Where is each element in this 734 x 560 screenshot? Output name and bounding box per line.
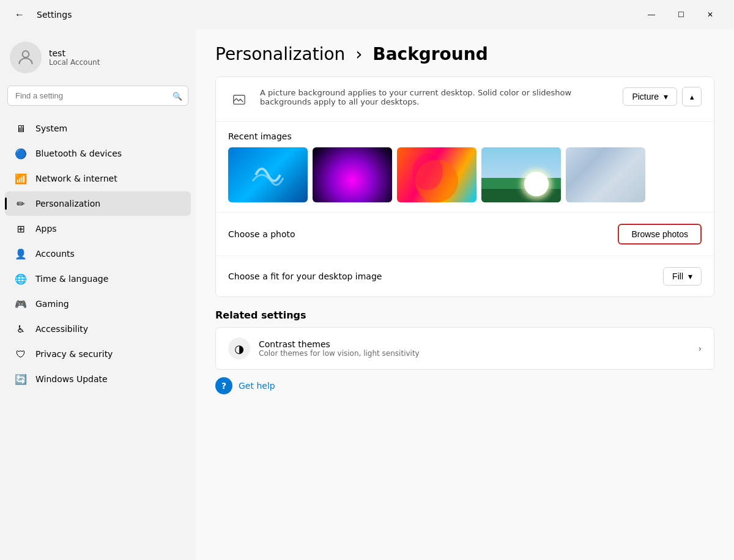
get-help-label: Get help <box>239 381 275 391</box>
windows-update-icon: 🔄 <box>15 373 27 385</box>
maximize-button[interactable]: ☐ <box>667 5 695 24</box>
sidebar-item-apps[interactable]: ⊞ Apps <box>5 216 191 241</box>
choose-photo-label: Choose a photo <box>228 229 618 239</box>
search-icon: 🔍 <box>172 91 182 100</box>
description-content: A picture background applies to your cur… <box>260 88 613 106</box>
sidebar-item-label: Network & internet <box>35 174 117 183</box>
window-title: Settings <box>37 10 72 20</box>
accounts-icon: 👤 <box>15 248 27 260</box>
sidebar-item-gaming[interactable]: 🎮 Gaming <box>5 292 191 316</box>
search-input[interactable] <box>7 86 188 106</box>
network-icon: 📶 <box>15 172 27 185</box>
user-account-type: Local Account <box>49 58 100 67</box>
privacy-icon: 🛡 <box>15 348 27 360</box>
titlebar-left: ← Settings <box>10 5 637 24</box>
background-section-card: A picture background applies to your cur… <box>215 76 714 297</box>
contrast-themes-row[interactable]: ◑ Contrast themes Color themes for low v… <box>216 328 714 369</box>
fit-value: Fill <box>672 271 683 281</box>
thumbnail-2[interactable] <box>313 147 392 202</box>
background-type-dropdown[interactable]: Picture ▾ <box>623 87 677 106</box>
contrast-themes-icon: ◑ <box>228 337 250 359</box>
sidebar-item-privacy[interactable]: 🛡 Privacy & security <box>5 342 191 366</box>
chevron-right-icon: › <box>698 344 702 353</box>
sidebar-item-accounts[interactable]: 👤 Accounts <box>5 241 191 266</box>
sidebar-item-label: Windows Update <box>35 374 108 384</box>
get-help-icon: ? <box>215 377 232 394</box>
related-settings-card: ◑ Contrast themes Color themes for low v… <box>215 327 714 370</box>
get-help-row[interactable]: ? Get help <box>215 370 714 394</box>
colorful-wallpaper <box>397 147 476 202</box>
gaming-icon: 🎮 <box>15 298 27 310</box>
personalization-icon: ✏️ <box>15 197 27 210</box>
titlebar: ← Settings — ☐ ✕ <box>0 0 734 29</box>
breadcrumb-current: Background <box>373 44 487 64</box>
choose-photo-row: Choose a photo Browse photos <box>216 213 714 256</box>
minimize-button[interactable]: — <box>637 5 665 24</box>
thumbnail-1[interactable] <box>228 147 308 202</box>
sidebar-item-label: Time & language <box>35 274 108 284</box>
recent-images-section: Recent images <box>216 122 714 213</box>
sidebar-item-label: Accessibility <box>35 324 88 334</box>
description-text: A picture background applies to your cur… <box>260 87 613 106</box>
page-header: Personalization › Background <box>215 44 714 64</box>
sidebar-item-personalization[interactable]: ✏️ Personalization <box>5 191 191 216</box>
background-type-control: Picture ▾ ▴ <box>623 87 702 106</box>
thumbnail-3[interactable] <box>397 147 476 202</box>
time-icon: 🌐 <box>15 273 27 285</box>
background-type-value: Picture <box>632 92 659 101</box>
sidebar-item-label: Bluetooth & devices <box>35 149 122 158</box>
breadcrumb: Personalization › Background <box>215 44 714 64</box>
browse-photos-button[interactable]: Browse photos <box>618 224 702 245</box>
sidebar-item-label: Gaming <box>35 299 69 309</box>
accessibility-icon: ♿ <box>15 323 27 335</box>
sidebar-item-label: System <box>35 123 67 133</box>
contrast-themes-text: Contrast themes Color themes for low vis… <box>259 339 689 358</box>
sidebar-item-windows-update[interactable]: 🔄 Windows Update <box>5 367 191 391</box>
fit-dropdown[interactable]: Fill ▾ <box>663 267 702 286</box>
sidebar-item-accessibility[interactable]: ♿ Accessibility <box>5 317 191 341</box>
sidebar: test Local Account 🔍 🖥 System 🔵 Bluetoot… <box>0 29 196 560</box>
thumbnail-5[interactable] <box>566 147 645 202</box>
sidebar-item-time[interactable]: 🌐 Time & language <box>5 267 191 291</box>
user-profile[interactable]: test Local Account <box>0 34 196 86</box>
fit-row: Choose a fit for your desktop image Fill… <box>216 256 714 297</box>
chevron-down-icon: ▾ <box>688 271 692 281</box>
sidebar-item-network[interactable]: 📶 Network & internet <box>5 166 191 191</box>
close-button[interactable]: ✕ <box>696 5 724 24</box>
blue-wallpaper <box>228 147 308 202</box>
user-info: test Local Account <box>49 48 100 67</box>
fit-label: Choose a fit for your desktop image <box>228 271 663 281</box>
chevron-down-icon: ▾ <box>664 92 668 101</box>
sidebar-item-label: Personalization <box>35 199 100 208</box>
sidebar-item-label: Accounts <box>35 249 75 259</box>
sidebar-item-system[interactable]: 🖥 System <box>5 116 191 141</box>
svg-point-0 <box>23 51 29 57</box>
thumbnail-4[interactable] <box>481 147 561 202</box>
avatar <box>10 42 42 73</box>
system-icon: 🖥 <box>15 122 27 134</box>
sidebar-item-label: Apps <box>35 224 57 234</box>
settings-window: ← Settings — ☐ ✕ test Local Acco <box>0 0 734 560</box>
apps-icon: ⊞ <box>15 223 27 235</box>
collapse-button[interactable]: ▴ <box>682 87 702 106</box>
recent-images-label: Recent images <box>228 131 702 141</box>
window-controls: — ☐ ✕ <box>637 5 724 24</box>
search-box: 🔍 <box>7 86 188 106</box>
background-icon <box>228 89 250 111</box>
breadcrumb-separator: › <box>355 44 362 64</box>
chevron-up-icon: ▴ <box>690 92 694 101</box>
paper-wallpaper <box>566 147 645 202</box>
images-grid <box>228 147 702 202</box>
sidebar-item-bluetooth[interactable]: 🔵 Bluetooth & devices <box>5 141 191 166</box>
nav-list: 🖥 System 🔵 Bluetooth & devices 📶 Network… <box>0 116 196 392</box>
contrast-themes-desc: Color themes for low vision, light sensi… <box>259 349 689 358</box>
purple-wallpaper <box>313 147 392 202</box>
svg-point-3 <box>412 153 443 190</box>
related-settings-title: Related settings <box>215 309 714 321</box>
landscape-wallpaper <box>481 147 561 202</box>
breadcrumb-parent: Personalization <box>215 44 345 64</box>
bluetooth-icon: 🔵 <box>15 147 27 160</box>
sidebar-item-label: Privacy & security <box>35 349 113 359</box>
contrast-themes-name: Contrast themes <box>259 339 689 349</box>
back-button[interactable]: ← <box>10 5 29 24</box>
